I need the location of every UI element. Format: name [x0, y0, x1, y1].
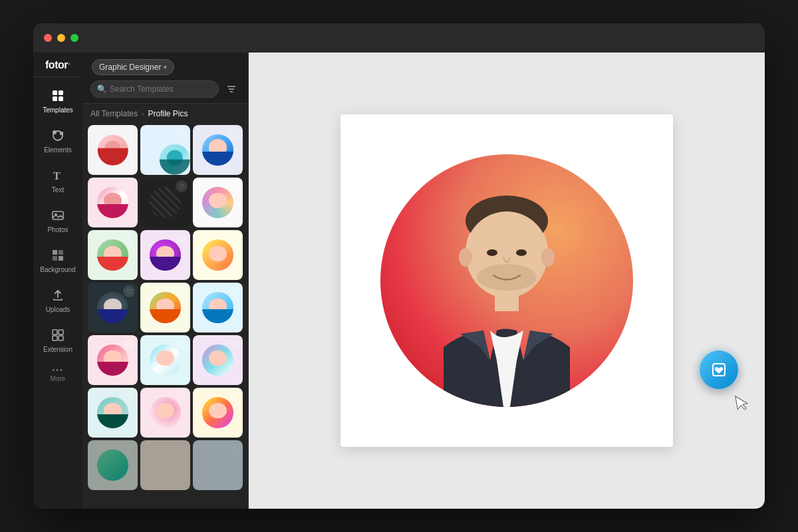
- search-icon: 🔍: [97, 84, 107, 94]
- svg-rect-3: [59, 96, 63, 101]
- template-thumb[interactable]: ♡: [193, 125, 243, 175]
- heart-icon[interactable]: ♡: [123, 285, 135, 297]
- sidebar-item-background[interactable]: Background: [33, 241, 82, 278]
- heart-icon[interactable]: ♡: [176, 390, 188, 402]
- heart-icon[interactable]: ♡: [123, 390, 135, 402]
- sidebar-templates-label: Templates: [43, 106, 73, 114]
- template-thumb[interactable]: ♡: [140, 283, 190, 332]
- heart-icon[interactable]: ♡: [176, 233, 188, 245]
- canvas-card[interactable]: [340, 114, 673, 447]
- template-thumb[interactable]: ♡: [88, 440, 138, 490]
- sidebar-item-templates[interactable]: Templates: [33, 81, 82, 118]
- heart-icon[interactable]: ♡: [176, 443, 188, 455]
- template-row-5: ♡ ♡: [88, 335, 243, 385]
- mode-badge[interactable]: Graphic Designer ▾: [92, 59, 174, 75]
- template-row-4: ♡ ♡: [88, 283, 243, 332]
- more-dots: •••: [33, 366, 82, 374]
- svg-rect-14: [53, 330, 57, 334]
- sidebar-more[interactable]: ••• More: [33, 362, 82, 386]
- template-thumb[interactable]: ♡: [140, 230, 190, 280]
- heart-icon[interactable]: ♡: [228, 285, 240, 297]
- heart-icon[interactable]: ♡: [123, 338, 135, 350]
- heart-icon[interactable]: ♡: [176, 285, 188, 297]
- template-thumb[interactable]: ♡: [140, 440, 190, 490]
- minimize-button[interactable]: [57, 34, 65, 42]
- template-thumb[interactable]: ♡: [193, 178, 243, 227]
- elements-icon: [49, 126, 67, 145]
- template-thumb[interactable]: ♡: [193, 283, 243, 332]
- logo-text: fotor: [45, 59, 68, 71]
- template-thumb[interactable]: ♡: [88, 178, 138, 227]
- templates-icon: [49, 86, 67, 105]
- heart-icon[interactable]: ♡: [123, 128, 135, 140]
- breadcrumb-separator: ›: [142, 110, 144, 118]
- heart-icon[interactable]: ♡: [123, 180, 135, 192]
- breadcrumb-all[interactable]: All Templates: [90, 109, 138, 118]
- background-icon: [49, 246, 67, 265]
- template-thumb[interactable]: ♡: [140, 125, 190, 175]
- svg-rect-12: [53, 256, 57, 261]
- templates-panel: Graphic Designer ▾ 🔍: [82, 53, 249, 509]
- sidebar-uploads-label: Uploads: [46, 306, 70, 314]
- template-thumb[interactable]: ♡: [193, 230, 243, 280]
- sidebar-background-label: Background: [40, 266, 75, 274]
- template-thumb[interactable]: ♡: [193, 335, 243, 385]
- heart-icon[interactable]: ♡: [176, 338, 188, 350]
- heart-icon[interactable]: ♡: [228, 443, 240, 455]
- logo-area: fotor°: [33, 53, 82, 77]
- title-bar: [33, 23, 765, 53]
- heart-icon[interactable]: ♡: [176, 128, 188, 140]
- filter-button[interactable]: [223, 80, 240, 98]
- svg-point-5: [53, 130, 57, 134]
- template-thumb[interactable]: ♡: [193, 440, 243, 490]
- person-avatar: [380, 154, 633, 407]
- sidebar-extension-label: Extension: [43, 346, 72, 354]
- heart-icon[interactable]: ♡: [228, 180, 240, 192]
- heart-icon[interactable]: ♡: [228, 390, 240, 402]
- svg-point-26: [516, 249, 527, 256]
- svg-point-28: [459, 248, 472, 267]
- template-thumb[interactable]: ♡: [193, 388, 243, 438]
- heart-icon[interactable]: ♡: [228, 128, 240, 140]
- template-thumb[interactable]: ♡: [88, 388, 138, 438]
- close-button[interactable]: [44, 34, 52, 42]
- maximize-button[interactable]: [70, 34, 78, 42]
- svg-text:T: T: [53, 170, 61, 182]
- template-thumb[interactable]: ♡: [88, 230, 138, 280]
- uploads-icon: [49, 286, 67, 305]
- template-row-3: ♡ ♡: [88, 230, 243, 280]
- template-row-7: ♡ ♡ ♡: [88, 440, 243, 490]
- template-thumb[interactable]: ♡: [88, 335, 138, 385]
- template-row-2: ♡ ♡: [88, 178, 243, 227]
- search-wrap: 🔍: [90, 80, 219, 98]
- svg-rect-2: [53, 96, 57, 101]
- heart-icon[interactable]: ♡: [123, 233, 135, 245]
- sidebar-item-elements[interactable]: Elements: [33, 121, 82, 158]
- template-thumb[interactable]: ♡: [88, 283, 138, 332]
- template-thumb[interactable]: ♡: [140, 335, 190, 385]
- heart-icon[interactable]: ♡: [176, 180, 188, 192]
- svg-rect-8: [53, 211, 63, 219]
- favorite-button[interactable]: [700, 350, 738, 389]
- template-thumb[interactable]: ♡: [88, 125, 138, 175]
- sidebar-item-photos[interactable]: Photos: [33, 201, 82, 238]
- heart-icon[interactable]: ♡: [228, 233, 240, 245]
- template-thumb[interactable]: ♡: [140, 388, 190, 438]
- svg-rect-10: [53, 250, 57, 255]
- heart-icon[interactable]: ♡: [123, 443, 135, 455]
- photos-icon: [49, 206, 67, 225]
- search-input[interactable]: [90, 80, 219, 98]
- sidebar-item-extension[interactable]: Extension: [33, 321, 82, 358]
- sidebar-item-uploads[interactable]: Uploads: [33, 281, 82, 318]
- template-thumb[interactable]: ♡: [140, 178, 190, 227]
- svg-point-27: [477, 264, 537, 291]
- template-row-1: ♡ ♡: [88, 125, 243, 175]
- svg-rect-15: [59, 330, 63, 334]
- template-grid: ♡ ♡: [82, 122, 248, 509]
- sidebar-elements-label: Elements: [44, 146, 72, 154]
- sidebar-text-label: Text: [52, 186, 64, 194]
- sidebar-item-text[interactable]: T Text: [33, 161, 82, 198]
- heart-icon[interactable]: ♡: [228, 338, 240, 350]
- svg-rect-13: [59, 256, 63, 261]
- profile-circle: [380, 154, 633, 407]
